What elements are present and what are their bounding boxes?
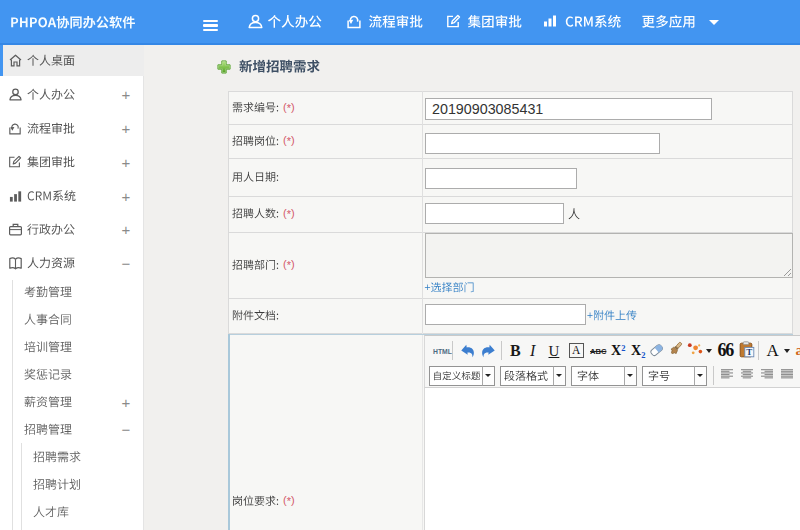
svg-text:T: T (746, 347, 752, 357)
